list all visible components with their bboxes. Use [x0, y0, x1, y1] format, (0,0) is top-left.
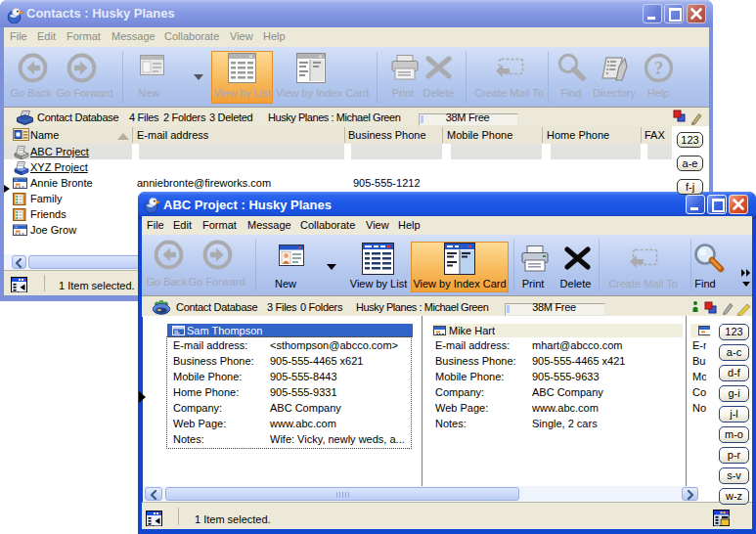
svg-text:?: ?	[654, 58, 664, 78]
